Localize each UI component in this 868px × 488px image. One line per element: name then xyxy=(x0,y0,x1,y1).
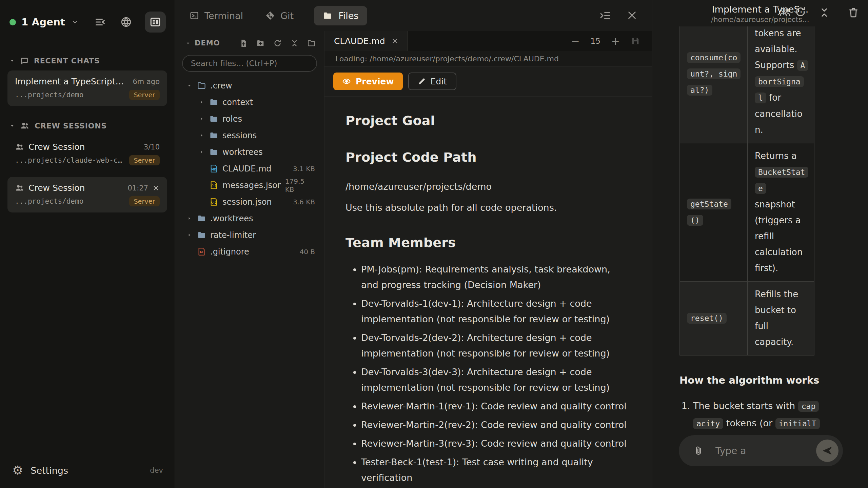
people-icon xyxy=(15,142,24,151)
folder-icon xyxy=(323,11,332,20)
tree-item-file[interactable]: {·} session.json 3.6 KB xyxy=(175,194,324,210)
caret-right-icon xyxy=(199,133,204,138)
agent-title[interactable]: 1 Agent xyxy=(21,16,65,28)
new-folder-icon[interactable] xyxy=(256,39,265,47)
folder-icon xyxy=(209,147,218,157)
recent-chats-header[interactable]: RECENT CHATS xyxy=(0,56,175,65)
search-input[interactable] xyxy=(182,55,317,72)
chevron-down-icon[interactable] xyxy=(71,18,79,26)
close-panel-icon[interactable] xyxy=(627,10,637,21)
caret-right-icon xyxy=(199,149,204,155)
tree-item-folder[interactable]: roles xyxy=(175,110,324,127)
project-name[interactable]: DEMO xyxy=(195,39,220,47)
tab-files[interactable]: Files xyxy=(314,6,367,25)
settings-button[interactable]: Settings xyxy=(31,465,142,476)
chat-message-area[interactable]: consume(count?, signal?) blocks until to… xyxy=(652,26,868,430)
editor-tab-claude-md[interactable]: CLAUDE.md ✕ xyxy=(324,31,408,51)
editor-status-bar: Loading: /home/azureuser/projects/demo/.… xyxy=(324,51,652,67)
caret-down-icon[interactable] xyxy=(185,41,191,46)
file-explorer: DEMO .crew xyxy=(175,31,324,488)
tree-item-folder[interactable]: context xyxy=(175,94,324,110)
folder-outline-icon[interactable] xyxy=(307,39,316,47)
doc-code-path: /home/azureuser/projects/demo xyxy=(346,179,638,195)
tree-item-folder[interactable]: .crew xyxy=(175,77,324,94)
agent-status-dot xyxy=(9,19,16,25)
collapse-sidebar-icon[interactable] xyxy=(95,16,106,28)
session-timer: 01:27 xyxy=(127,184,148,192)
crew-session-item[interactable]: Crew Session 3/10 ...projects/claude-web… xyxy=(7,136,167,171)
pencil-icon xyxy=(418,77,426,85)
crew-sessions-header[interactable]: CREW SESSIONS xyxy=(0,121,175,130)
message-input[interactable]: Type a xyxy=(679,435,843,466)
tree-item-folder[interactable]: .worktrees xyxy=(175,210,324,227)
team-member-list: PM-Jobs(pm): Requirements analysis, task… xyxy=(346,262,629,488)
people-icon xyxy=(20,121,29,130)
save-icon[interactable] xyxy=(631,36,640,46)
tree-item-folder[interactable]: sessions xyxy=(175,127,324,144)
svg-text:{·}: {·} xyxy=(211,184,217,187)
send-plane-icon xyxy=(822,445,833,456)
json-file-icon: {·} xyxy=(209,181,218,190)
chat-bubble-icon xyxy=(20,56,29,65)
paperclip-icon[interactable] xyxy=(693,445,704,456)
editor-tabstrip: CLAUDE.md ✕ − 15 + xyxy=(324,31,652,51)
new-file-icon[interactable] xyxy=(239,39,248,47)
sidebar: 1 Agent RECENT CHATS Implement a TypeScr… xyxy=(0,0,175,488)
recent-chats-title: RECENT CHATS xyxy=(34,57,100,65)
markdown-file-icon: MD xyxy=(209,164,218,173)
refresh-icon[interactable] xyxy=(794,5,807,18)
trash-icon[interactable] xyxy=(848,7,859,18)
session-title: Crew Session xyxy=(28,183,123,193)
chat-item-title: Implement a TypeScript… xyxy=(15,77,128,86)
editor-mode-toolbar: Preview Edit xyxy=(324,67,652,97)
caret-down-icon xyxy=(9,58,15,63)
tree-item-file[interactable]: GI .gitignore 40 B xyxy=(175,243,324,260)
panel-layout-button[interactable] xyxy=(145,12,166,33)
edit-button[interactable]: Edit xyxy=(408,73,456,90)
doc-code-path-note: Use this absolute path for all code oper… xyxy=(346,200,638,216)
folder-icon xyxy=(209,114,218,123)
close-icon[interactable] xyxy=(152,184,160,192)
file-size: 40 B xyxy=(299,248,315,256)
crew-session-item-active[interactable]: Crew Session 01:27 ...projects/demo Serv… xyxy=(7,177,167,212)
team-member: Reviewer-Martin-1(rev-1): Code review an… xyxy=(361,399,629,414)
folder-icon xyxy=(209,131,218,140)
tree-item-folder[interactable]: worktrees xyxy=(175,144,324,160)
recent-chat-item[interactable]: Implement a TypeScript… 6m ago ...projec… xyxy=(7,70,167,106)
method-code: getState() xyxy=(687,199,731,226)
algo-heading: How the algorithm works xyxy=(679,374,868,386)
tab-git[interactable]: Git xyxy=(265,11,294,21)
tab-terminal[interactable]: Terminal xyxy=(190,11,243,21)
team-member: Tester-Beck-1(test-1): Test case writing… xyxy=(361,454,629,486)
chat-input-bar: Type a xyxy=(652,430,868,488)
preview-button[interactable]: Preview xyxy=(333,73,403,90)
gear-icon[interactable]: ⚙ xyxy=(12,464,23,476)
send-button[interactable] xyxy=(816,440,839,462)
doc-heading-code-path: Project Code Path xyxy=(346,150,638,165)
font-size-value: 15 xyxy=(591,37,600,45)
team-member: Dev-Torvalds-2(dev-2): Architecture desi… xyxy=(361,330,629,361)
caret-down-icon xyxy=(9,123,15,128)
font-decrease-button[interactable]: − xyxy=(571,35,579,47)
collapse-all-icon[interactable] xyxy=(290,39,299,47)
crew-sessions-title: CREW SESSIONS xyxy=(35,122,107,130)
indent-panel-icon[interactable] xyxy=(599,10,611,21)
folder-icon xyxy=(197,214,206,223)
team-member: Dev-Torvalds-1(dev-1): Architecture desi… xyxy=(361,296,629,327)
chat-item-path: ...projects/demo xyxy=(15,91,129,99)
folder-icon xyxy=(209,98,218,107)
app-window: 1 Agent RECENT CHATS Implement a TypeScr… xyxy=(0,0,868,488)
collapse-vertical-icon[interactable] xyxy=(818,7,830,18)
tree-item-file[interactable]: MD CLAUDE.md 3.1 KB xyxy=(175,160,324,177)
eye-icon xyxy=(342,77,351,86)
session-count: 3/10 xyxy=(144,143,160,151)
font-increase-button[interactable]: + xyxy=(611,35,620,47)
terminal-icon xyxy=(190,11,199,20)
doc-heading-project-goal: Project Goal xyxy=(346,113,638,128)
tree-item-folder[interactable]: rate-limiter xyxy=(175,227,324,243)
globe-icon[interactable] xyxy=(120,16,132,28)
tree-item-file[interactable]: {·} messages.json 179.5 KB xyxy=(175,177,324,194)
refresh-icon[interactable] xyxy=(273,39,282,47)
close-tab-icon[interactable]: ✕ xyxy=(392,37,398,45)
people-icon[interactable] xyxy=(778,5,791,18)
